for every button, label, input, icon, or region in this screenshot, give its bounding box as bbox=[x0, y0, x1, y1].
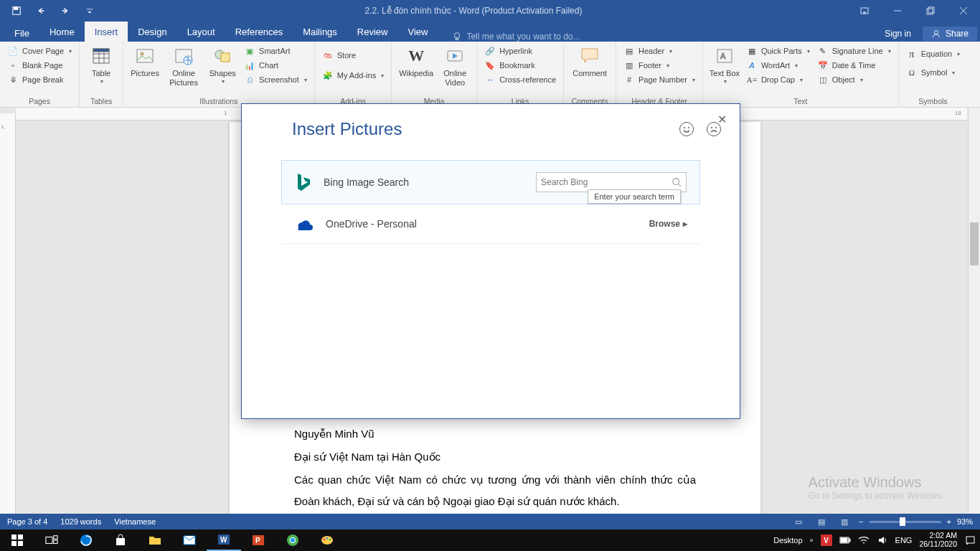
wifi-icon[interactable] bbox=[858, 534, 870, 546]
crossref-button[interactable]: ↔Cross-reference bbox=[481, 73, 559, 86]
tab-review[interactable]: Review bbox=[347, 22, 398, 42]
language-indicator[interactable]: ENG bbox=[895, 536, 913, 545]
myaddins-button[interactable]: 🧩My Add-ins▾ bbox=[319, 69, 387, 82]
shapes-label: Shapes bbox=[209, 69, 235, 78]
save-icon[interactable] bbox=[7, 2, 26, 19]
comment-button[interactable]: Comment bbox=[568, 43, 611, 78]
svg-rect-4 bbox=[927, 9, 933, 14]
tab-view[interactable]: View bbox=[397, 22, 438, 42]
tab-insert[interactable]: Insert bbox=[85, 22, 128, 42]
task-view-icon[interactable] bbox=[34, 529, 69, 551]
powerpoint-taskbar-icon[interactable]: P bbox=[241, 529, 275, 551]
mail-icon[interactable] bbox=[172, 529, 207, 551]
search-icon[interactable] bbox=[672, 177, 682, 187]
share-button[interactable]: Share bbox=[923, 27, 977, 41]
zoom-slider[interactable] bbox=[870, 521, 941, 523]
chevron-down-icon: ▾ bbox=[381, 72, 384, 79]
paint-icon[interactable] bbox=[310, 529, 344, 551]
chevron-down-icon: ▾ bbox=[304, 77, 307, 83]
read-mode-icon[interactable]: ▭ bbox=[790, 515, 807, 528]
symbol-button[interactable]: ΩSymbol▾ bbox=[903, 66, 963, 79]
word-taskbar-icon[interactable]: W bbox=[207, 529, 241, 551]
chart-button[interactable]: 📊Chart bbox=[241, 59, 310, 72]
battery-icon[interactable] bbox=[839, 534, 851, 546]
bing-search-row[interactable]: Bing Image Search Enter your search term bbox=[281, 160, 700, 204]
dropcap-button[interactable]: A≡Drop Cap▾ bbox=[743, 73, 813, 86]
wikipedia-button[interactable]: WWikipedia bbox=[396, 43, 436, 78]
cover-page-button[interactable]: 📄Cover Page▾ bbox=[4, 44, 75, 57]
object-button[interactable]: ◫Object▾ bbox=[814, 73, 894, 86]
print-layout-icon[interactable]: ▤ bbox=[813, 515, 830, 528]
minimize-icon[interactable] bbox=[881, 0, 914, 22]
zoom-level[interactable]: 93% bbox=[957, 517, 973, 526]
feedback-sad-icon[interactable] bbox=[707, 122, 721, 136]
notifications-icon[interactable] bbox=[964, 534, 976, 546]
table-button[interactable]: Table▾ bbox=[84, 43, 118, 85]
explorer-icon[interactable] bbox=[138, 529, 172, 551]
browse-button[interactable]: Browse▸ bbox=[649, 219, 687, 229]
tab-references[interactable]: References bbox=[225, 22, 293, 42]
edge-icon[interactable] bbox=[69, 529, 103, 551]
restore-icon[interactable] bbox=[914, 0, 947, 22]
close-icon[interactable] bbox=[947, 0, 980, 22]
page-number-button[interactable]: #Page Number▾ bbox=[621, 73, 698, 86]
tab-file[interactable]: File bbox=[4, 25, 39, 42]
qat-customize-icon[interactable] bbox=[80, 2, 99, 19]
tab-home[interactable]: Home bbox=[39, 22, 85, 42]
tell-me-search[interactable]: Tell me what you want to do... bbox=[452, 32, 580, 42]
footer-button[interactable]: ▥Footer▾ bbox=[621, 59, 698, 72]
chevron-down-icon: ▾ bbox=[222, 78, 225, 85]
vertical-scrollbar[interactable] bbox=[968, 108, 980, 514]
chrome-icon[interactable] bbox=[275, 529, 310, 551]
volume-icon[interactable] bbox=[877, 534, 888, 546]
clock[interactable]: 2:02 AM 26/11/2020 bbox=[919, 532, 957, 548]
zoom-in-button[interactable]: + bbox=[947, 517, 951, 526]
header-button[interactable]: ▤Header▾ bbox=[621, 44, 698, 57]
quickparts-button[interactable]: ▦Quick Parts▾ bbox=[743, 44, 813, 57]
smartart-icon: ▣ bbox=[244, 45, 255, 57]
store-taskbar-icon[interactable] bbox=[103, 529, 138, 551]
word-count[interactable]: 1029 words bbox=[60, 517, 101, 526]
zoom-out-button[interactable]: − bbox=[859, 517, 863, 526]
web-layout-icon[interactable]: ▥ bbox=[836, 515, 853, 528]
feedback-happy-icon[interactable] bbox=[679, 122, 694, 136]
signin-button[interactable]: Sign in bbox=[875, 26, 921, 42]
tab-design[interactable]: Design bbox=[128, 22, 176, 42]
equation-button[interactable]: πEquation▾ bbox=[903, 47, 963, 60]
desktop-toolbar-label[interactable]: Desktop bbox=[773, 536, 802, 545]
zoom-thumb[interactable] bbox=[900, 517, 905, 526]
ribbon-display-icon[interactable] bbox=[848, 0, 881, 22]
start-button[interactable] bbox=[0, 529, 34, 551]
tray-expand-icon[interactable]: » bbox=[810, 537, 814, 544]
search-input[interactable] bbox=[541, 177, 672, 187]
page-indicator[interactable]: Page 3 of 4 bbox=[7, 517, 47, 526]
dialog-title: Insert Pictures bbox=[292, 119, 679, 139]
scrollbar-thumb[interactable] bbox=[970, 222, 979, 265]
undo-icon[interactable] bbox=[32, 2, 50, 19]
pictures-button[interactable]: Pictures bbox=[128, 43, 162, 78]
svg-point-8 bbox=[455, 33, 460, 38]
datetime-button[interactable]: 📅Date & Time bbox=[814, 59, 894, 72]
blank-page-button[interactable]: ▫Blank Page bbox=[4, 59, 75, 72]
cover-page-icon: 📄 bbox=[7, 45, 19, 57]
tray-app-icon[interactable]: V bbox=[821, 534, 832, 546]
hyperlink-button[interactable]: 🔗Hyperlink bbox=[481, 44, 559, 57]
shapes-button[interactable]: Shapes▾ bbox=[205, 43, 240, 85]
bookmark-button[interactable]: 🔖Bookmark bbox=[481, 59, 559, 72]
online-video-button[interactable]: Online Video bbox=[438, 43, 472, 87]
wordart-button[interactable]: AWordArt▾ bbox=[743, 59, 813, 72]
language-indicator[interactable]: Vietnamese bbox=[114, 517, 156, 526]
signature-line-button[interactable]: ✎Signature Line▾ bbox=[814, 44, 894, 57]
smartart-button[interactable]: ▣SmartArt bbox=[241, 44, 310, 57]
vertical-ruler[interactable]: L bbox=[0, 113, 16, 514]
textbox-button[interactable]: AText Box▾ bbox=[707, 43, 742, 85]
page-break-button[interactable]: ⤋Page Break bbox=[4, 73, 75, 86]
online-pictures-button[interactable]: Online Pictures bbox=[164, 43, 204, 87]
store-button[interactable]: 🛍Store bbox=[319, 49, 387, 62]
redo-icon[interactable] bbox=[56, 2, 75, 19]
onedrive-row[interactable]: OneDrive - Personal Browse▸ bbox=[281, 204, 700, 244]
screenshot-button[interactable]: ⎙Screenshot▾ bbox=[241, 73, 310, 86]
tab-layout[interactable]: Layout bbox=[177, 22, 225, 42]
tab-mailings[interactable]: Mailings bbox=[293, 22, 347, 42]
document-content[interactable]: Nguyễn Minh Vũ Đại sứ Việt Nam tại Hàn Q… bbox=[294, 423, 696, 514]
